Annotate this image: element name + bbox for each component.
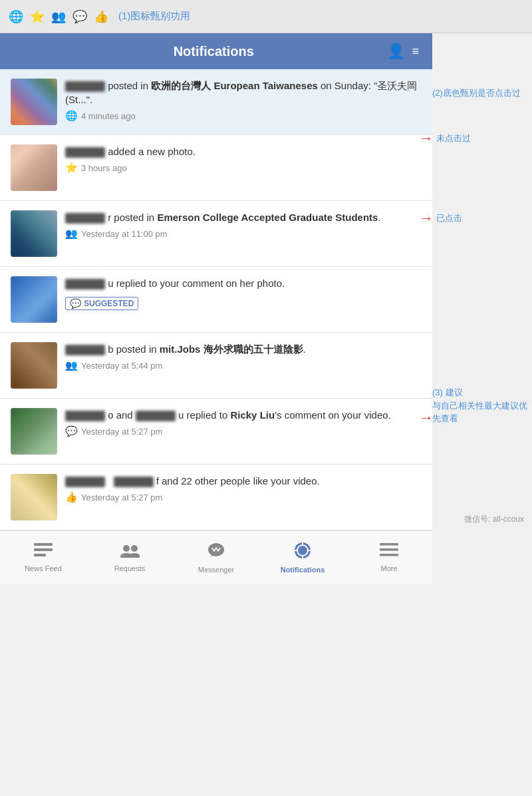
notification-item[interactable]: o and u replied to Ricky Liu's comment o… <box>0 399 432 465</box>
blurred-username2 <box>136 411 176 421</box>
browser-title: (1)图标甄别功用 <box>118 10 190 23</box>
header-right-icons: 👤 ≡ <box>387 43 419 60</box>
blurred-username <box>65 411 105 421</box>
svg-point-5 <box>131 545 138 552</box>
notification-text: r posted in Emerson College Accepted Gra… <box>65 210 422 224</box>
people-icon[interactable]: 👥 <box>51 9 66 25</box>
avatar <box>11 342 57 389</box>
suggested-badge: 💬 SUGGESTED <box>65 297 138 310</box>
notification-text: o and u replied to Ricky Liu's comment o… <box>65 408 422 422</box>
main-column: Notifications 👤 ≡ posted <box>0 33 432 584</box>
star-meta-icon: ⭐ <box>65 162 78 174</box>
notification-meta: 🌐 4 minutes ago <box>65 110 422 122</box>
notification-content: f and 22 other people like your video. 👍… <box>65 474 422 503</box>
notification-content: o and u replied to Ricky Liu's comment o… <box>65 408 422 437</box>
avatar <box>11 144 57 191</box>
notification-content: u replied to your comment on her photo. … <box>65 276 422 310</box>
notification-item[interactable]: r posted in Emerson College Accepted Gra… <box>0 201 432 267</box>
svg-rect-2 <box>34 554 46 556</box>
notification-list: posted in 欧洲的台灣人 European Taiwaneses on … <box>0 69 432 530</box>
avatar <box>11 210 57 257</box>
annotation-1: (2)底色甄别是否点击过 <box>432 87 529 100</box>
messenger-icon <box>207 542 225 563</box>
avatar <box>11 408 57 455</box>
notification-time: Yesterday at 5:44 pm <box>81 361 162 371</box>
menu-icon[interactable]: ≡ <box>412 45 419 57</box>
like-icon[interactable]: 👍 <box>93 9 109 25</box>
watermark: 微信号: all-ccoux <box>464 514 524 525</box>
page-container: 🌐 ⭐ 👥 💬 👍 (1)图标甄别功用 Notifications 👤 ≡ <box>0 0 532 584</box>
nav-label-news-feed: News Feed <box>25 564 62 572</box>
notification-meta: 💬 Yesterday at 5:27 pm <box>65 425 422 437</box>
arrow-icon-3: → <box>419 409 434 426</box>
annotation-arrow-2: → 已点击 <box>419 210 462 227</box>
globe-meta-icon: 🌐 <box>65 110 78 122</box>
svg-point-7 <box>208 543 224 556</box>
avatar <box>11 474 57 520</box>
svg-point-3 <box>123 545 130 552</box>
person-icon[interactable]: 👤 <box>387 43 405 60</box>
svg-rect-15 <box>380 543 398 546</box>
bottom-nav: News Feed Requests <box>0 530 432 584</box>
nav-item-requests[interactable]: Requests <box>86 531 173 584</box>
page-layout: Notifications 👤 ≡ posted <box>0 33 532 584</box>
notification-text: b posted in mit.Jobs 海外求職的五十道陰影. <box>65 342 422 356</box>
nav-label-more: More <box>380 564 397 572</box>
star-icon[interactable]: ⭐ <box>29 9 45 25</box>
notification-time: 4 minutes ago <box>81 111 136 121</box>
svg-rect-1 <box>34 548 53 551</box>
notification-time: Yesterday at 11:00 pm <box>81 229 168 239</box>
nav-item-notifications[interactable]: Notifications <box>259 531 346 584</box>
group-meta-icon: 👥 <box>65 359 78 371</box>
notification-item[interactable]: added a new photo. ⭐ 3 hours ago <box>0 135 432 201</box>
chat-icon[interactable]: 💬 <box>72 9 88 25</box>
notifications-header: Notifications 👤 ≡ <box>0 33 432 69</box>
nav-item-messenger[interactable]: Messenger <box>173 531 259 584</box>
blurred-username <box>65 279 105 290</box>
notification-text: added a new photo. <box>65 144 422 158</box>
nav-label-notifications: Notifications <box>281 566 325 574</box>
blurred-username <box>65 147 105 158</box>
notification-meta: ⭐ 3 hours ago <box>65 162 422 174</box>
avatar <box>11 79 57 125</box>
annotation-1-label: 未点击过 <box>436 132 471 144</box>
arrow-icon-1: → <box>419 130 434 147</box>
nav-item-news-feed[interactable]: News Feed <box>0 531 86 584</box>
annotation-column: (2)底色甄别是否点击过 → 未点击过 → 已点击 (3) 建议 与自己相关性最… <box>432 33 532 584</box>
notifications-title: Notifications <box>40 44 387 59</box>
more-icon <box>380 543 398 562</box>
annotation-arrow-3: → <box>419 409 434 427</box>
notification-content: added a new photo. ⭐ 3 hours ago <box>65 144 422 174</box>
svg-rect-0 <box>34 543 53 546</box>
notification-text: u replied to your comment on her photo. <box>65 276 422 290</box>
notification-item[interactable]: posted in 欧洲的台灣人 European Taiwaneses on … <box>0 69 432 135</box>
watermark-text: 微信号: all-ccoux <box>464 514 524 524</box>
globe-icon[interactable]: 🌐 <box>8 9 24 25</box>
svg-rect-17 <box>380 554 398 556</box>
notification-item[interactable]: f and 22 other people like your video. 👍… <box>0 465 432 530</box>
notification-content: r posted in Emerson College Accepted Gra… <box>65 210 422 240</box>
blurred-username <box>65 213 105 224</box>
notification-item[interactable]: u replied to your comment on her photo. … <box>0 267 432 333</box>
svg-point-6 <box>128 553 140 558</box>
nav-item-more[interactable]: More <box>346 531 432 584</box>
requests-icon <box>120 543 140 562</box>
annotation-1-title: (2)底色甄别是否点击过 <box>432 87 529 100</box>
notification-text: f and 22 other people like your video. <box>65 474 422 488</box>
notification-time: 3 hours ago <box>81 163 127 173</box>
notification-time: Yesterday at 5:27 pm <box>81 427 162 437</box>
notification-meta: 👥 Yesterday at 11:00 pm <box>65 228 422 240</box>
notification-text: posted in 欧洲的台灣人 European Taiwaneses on … <box>65 79 422 106</box>
news-feed-icon <box>34 543 53 562</box>
notification-time: Yesterday at 5:27 pm <box>81 493 162 502</box>
annotation-3: (3) 建议 与自己相关性最大建议优先查看 <box>432 386 529 425</box>
notification-meta: 👍 Yesterday at 5:27 pm <box>65 491 422 503</box>
notification-item[interactable]: b posted in mit.Jobs 海外求職的五十道陰影. 👥 Yeste… <box>0 333 432 399</box>
browser-icons: 🌐 ⭐ 👥 💬 👍 <box>8 9 109 25</box>
notification-content: b posted in mit.Jobs 海外求職的五十道陰影. 👥 Yeste… <box>65 342 422 371</box>
group-meta-icon: 👥 <box>65 228 78 240</box>
suggested-label: SUGGESTED <box>84 299 134 308</box>
arrow-icon-2: → <box>419 210 434 227</box>
annotation-2-label: 已点击 <box>436 212 462 224</box>
svg-rect-16 <box>380 548 398 551</box>
